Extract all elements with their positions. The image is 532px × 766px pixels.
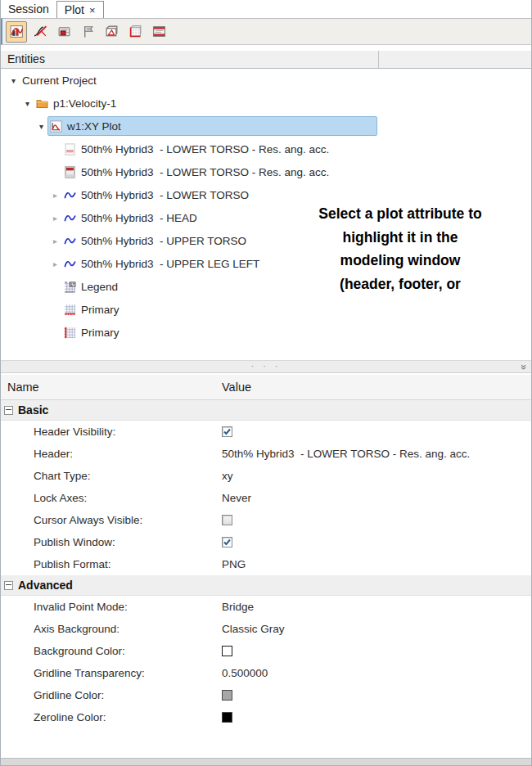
- tree-item-content: 50th% Hybrid3 - HEAD: [61, 208, 377, 228]
- xy-plot-icon: [50, 120, 62, 133]
- tree-item-label: 50th% Hybrid3 - UPPER LEG LEFT: [81, 258, 259, 270]
- tree-item[interactable]: ▸50th% Hybrid3 - UPPER LEG LEFT: [1, 252, 531, 275]
- property-row: Cursor Always Visible:: [1, 509, 531, 531]
- property-label: Invalid Point Mode:: [34, 601, 128, 613]
- collapse-arrow-icon[interactable]: ▾: [35, 122, 47, 131]
- property-row: Zeroline Color:: [1, 706, 531, 728]
- entities-tree: ▾Current Project▾p1:Velocity-1▾w1:XY Plo…: [1, 69, 531, 360]
- tree-item-content: 50th% Hybrid3 - LOWER TORSO: [61, 185, 377, 205]
- collapse-chevron-icon[interactable]: »: [518, 364, 529, 370]
- expand-arrow-icon[interactable]: ▸: [49, 191, 61, 200]
- entities-column-header[interactable]: Entities: [1, 51, 379, 68]
- property-value[interactable]: Bridge: [222, 601, 254, 613]
- properties-panel: BasicHeader Visibility:Header:50th% Hybr…: [1, 400, 531, 728]
- tab-close-icon[interactable]: ×: [89, 4, 96, 16]
- collapse-arrow-icon[interactable]: ▾: [21, 99, 34, 108]
- toolbar-axes-button[interactable]: [124, 21, 146, 43]
- footer-attribute-icon: [64, 166, 76, 178]
- checkbox-unchecked[interactable]: [222, 515, 232, 525]
- property-value[interactable]: 50th% Hybrid3 - LOWER TORSO - Res. ang. …: [222, 448, 470, 460]
- tree-item[interactable]: ▸50th% Hybrid3 - LOWER TORSO: [1, 183, 531, 206]
- plot-window-icon: [105, 25, 119, 38]
- property-row: Lock Axes:Never: [1, 487, 531, 509]
- tree-item[interactable]: ▾p1:Velocity-1: [1, 92, 531, 115]
- extra-column-header[interactable]: [379, 51, 531, 68]
- folder-icon: [36, 97, 48, 110]
- tab-session[interactable]: Session: [1, 1, 56, 18]
- collapse-minus-icon[interactable]: [4, 406, 13, 415]
- tree-item-content: 50th% Hybrid3 - LOWER TORSO - Res. ang. …: [61, 162, 377, 182]
- tree-item-content: Primary: [61, 322, 377, 342]
- toolbar-flags-button[interactable]: [77, 21, 98, 43]
- expand-arrow-icon[interactable]: ▸: [49, 259, 61, 268]
- property-value[interactable]: PNG: [222, 558, 246, 570]
- section-basic[interactable]: Basic: [1, 400, 531, 421]
- property-value[interactable]: [222, 712, 232, 723]
- toolbar-plot-window-button[interactable]: [101, 21, 122, 43]
- tree-item[interactable]: Primary: [1, 321, 531, 344]
- curve-icon: [64, 189, 76, 201]
- property-row: Invalid Point Mode:Bridge: [1, 596, 531, 618]
- tree-column-header: Entities: [1, 51, 531, 69]
- tree-item-label: p1:Velocity-1: [53, 97, 116, 110]
- headers-icon: [152, 25, 166, 38]
- tree-item[interactable]: ▸50th% Hybrid3 - HEAD: [1, 206, 531, 229]
- notes-icon: [57, 25, 71, 38]
- property-value[interactable]: Never: [222, 492, 251, 504]
- property-row: Publish Window:: [1, 531, 531, 553]
- tree-item[interactable]: ▸50th% Hybrid3 - UPPER TORSO: [1, 229, 531, 252]
- expand-arrow-icon[interactable]: ▸: [49, 214, 61, 223]
- toolbar-headers-button[interactable]: [148, 21, 169, 43]
- checkbox-checked[interactable]: [222, 537, 232, 547]
- color-swatch[interactable]: [222, 646, 232, 656]
- tree-item[interactable]: Primary: [1, 298, 531, 321]
- tree-item[interactable]: ▾w1:XY Plot: [1, 115, 531, 137]
- splitter-handle[interactable]: · · · »: [1, 360, 531, 373]
- toolbar-curves-button[interactable]: [29, 21, 51, 43]
- tree-item-label: 50th% Hybrid3 - UPPER TORSO: [81, 235, 246, 247]
- session-plot-tabbar: SessionPlot×: [1, 0, 531, 18]
- property-value[interactable]: Classic Gray: [222, 623, 285, 635]
- color-swatch[interactable]: [222, 712, 232, 723]
- tree-item[interactable]: 50th% Hybrid3 - LOWER TORSO - Res. ang. …: [1, 137, 531, 160]
- section-advanced[interactable]: Advanced: [1, 575, 531, 596]
- tree-item-label: 50th% Hybrid3 - HEAD: [81, 212, 197, 224]
- property-label: Header:: [34, 448, 73, 460]
- collapse-arrow-icon[interactable]: ▾: [7, 76, 20, 85]
- property-value[interactable]: 0.500000: [222, 667, 268, 679]
- tab-plot[interactable]: Plot×: [56, 1, 104, 18]
- tree-item[interactable]: Legend: [1, 275, 531, 298]
- property-value[interactable]: [222, 537, 232, 547]
- tree-item[interactable]: 50th% Hybrid3 - LOWER TORSO - Res. ang. …: [1, 160, 531, 183]
- property-row: Chart Type:xy: [1, 465, 531, 487]
- curve-icon: [64, 258, 76, 270]
- property-value[interactable]: [222, 690, 232, 701]
- tab-label: Session: [8, 2, 49, 16]
- expand-arrow-icon[interactable]: ▸: [49, 237, 61, 246]
- name-column-header[interactable]: Name: [7, 381, 39, 394]
- property-value[interactable]: [222, 515, 232, 525]
- status-bar: [1, 758, 531, 765]
- tree-item-label: 50th% Hybrid3 - LOWER TORSO: [81, 189, 249, 201]
- curves-icon: [34, 25, 47, 38]
- value-column-header[interactable]: Value: [222, 381, 251, 394]
- checkbox-checked[interactable]: [222, 426, 232, 437]
- tree-item-label: Primary: [81, 304, 119, 316]
- toolbar-notes-button[interactable]: [53, 21, 74, 43]
- property-label: Gridline Color:: [34, 689, 104, 701]
- color-swatch[interactable]: [222, 690, 232, 701]
- property-row: Background Color:: [1, 640, 531, 662]
- property-label: Gridline Transparency:: [34, 667, 145, 679]
- tree-item-label: 50th% Hybrid3 - LOWER TORSO - Res. ang. …: [81, 166, 329, 178]
- property-value[interactable]: [222, 646, 232, 656]
- property-value[interactable]: xy: [222, 470, 233, 482]
- section-title: Basic: [18, 403, 48, 417]
- tree-item-content: 50th% Hybrid3 - UPPER LEG LEFT: [61, 254, 377, 273]
- property-label: Lock Axes:: [34, 492, 87, 504]
- tree-item-label: Legend: [81, 281, 118, 293]
- property-value[interactable]: [222, 426, 232, 437]
- tree-item[interactable]: ▾Current Project: [1, 69, 531, 92]
- toolbar-plots-button[interactable]: [6, 21, 27, 43]
- legend-icon: [64, 281, 76, 293]
- collapse-minus-icon[interactable]: [4, 581, 13, 590]
